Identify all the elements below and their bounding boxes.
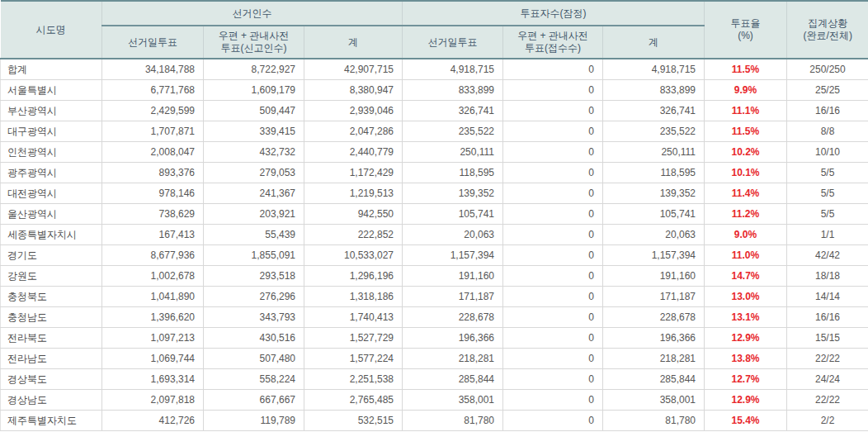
cell-voters-mail: 0 [503, 411, 603, 431]
cell-voters-total: 218,281 [603, 349, 705, 369]
cell-voters-total: 191,160 [603, 266, 705, 287]
cell-electors-total: 8,380,947 [304, 80, 403, 101]
cell-electors-total: 42,907,715 [304, 59, 403, 80]
cell-turnout-rate: 11.4% [705, 183, 787, 204]
cell-voters-day: 228,678 [403, 307, 503, 328]
cell-voters-mail: 0 [503, 80, 603, 101]
cell-sido-name: 경상남도 [1, 390, 102, 411]
cell-turnout-rate: 11.0% [705, 245, 787, 266]
col-header-voters-mail: 우편 + 관내사전 투표(접수수) [503, 26, 603, 59]
cell-voters-total: 171,187 [603, 287, 705, 307]
cell-electors-mail: 293,518 [204, 266, 304, 287]
cell-electors-day: 1,693,314 [102, 369, 204, 390]
cell-electors-total: 222,852 [304, 225, 403, 245]
turnout-page: 시도명 선거인수 투표자수(잠정) 투표율 (%) 집계상황 (완료/전체) 선… [0, 0, 868, 432]
cell-turnout-rate: 11.5% [705, 59, 787, 80]
cell-voters-total: 105,741 [603, 204, 705, 225]
cell-sido-name: 울산광역시 [1, 204, 102, 225]
cell-electors-mail: 667,667 [204, 390, 304, 411]
cell-sido-name: 인천광역시 [1, 142, 102, 163]
cell-electors-total: 1,172,429 [304, 163, 403, 183]
cell-electors-mail: 432,732 [204, 142, 304, 163]
cell-voters-mail: 0 [503, 245, 603, 266]
table-row: 충청남도 1,396,620 343,793 1,740,413 228,678… [1, 307, 868, 328]
col-header-voters-day: 선거일투표 [403, 26, 503, 59]
cell-electors-day: 1,002,678 [102, 266, 204, 287]
cell-voters-mail: 0 [503, 101, 603, 121]
cell-sido-name: 전라남도 [1, 349, 102, 369]
cell-sido-name: 경상북도 [1, 369, 102, 390]
cell-electors-total: 1,296,196 [304, 266, 403, 287]
table-row: 부산광역시 2,429,599 509,447 2,939,046 326,74… [1, 101, 868, 121]
cell-voters-mail: 0 [503, 121, 603, 142]
cell-electors-total: 1,527,729 [304, 328, 403, 349]
cell-voters-mail: 0 [503, 142, 603, 163]
col-header-electors-mail: 우편 + 관내사전 투표(신고인수) [204, 26, 304, 59]
cell-tally-status: 5/5 [787, 163, 868, 183]
col-header-electors-mail-line2: 투표(신고인수) [204, 42, 304, 55]
cell-voters-day: 171,187 [403, 287, 503, 307]
group-header-voters: 투표자수(잠정) [403, 1, 705, 26]
cell-turnout-rate: 10.2% [705, 142, 787, 163]
cell-sido-name: 부산광역시 [1, 101, 102, 121]
cell-electors-total: 1,219,513 [304, 183, 403, 204]
cell-voters-mail: 0 [503, 183, 603, 204]
cell-voters-day: 4,918,715 [403, 59, 503, 80]
cell-voters-day: 833,899 [403, 80, 503, 101]
table-row: 대구광역시 1,707,871 339,415 2,047,286 235,52… [1, 121, 868, 142]
cell-tally-status: 14/14 [787, 287, 868, 307]
cell-turnout-rate: 9.0% [705, 225, 787, 245]
cell-tally-status: 16/16 [787, 307, 868, 328]
cell-tally-status: 22/22 [787, 390, 868, 411]
cell-electors-day: 34,184,788 [102, 59, 204, 80]
cell-tally-status: 5/5 [787, 204, 868, 225]
table-row: 전라남도 1,069,744 507,480 1,577,224 218,281… [1, 349, 868, 369]
cell-tally-status: 8/8 [787, 121, 868, 142]
cell-electors-total: 1,740,413 [304, 307, 403, 328]
cell-electors-day: 1,396,620 [102, 307, 204, 328]
cell-electors-day: 412,726 [102, 411, 204, 431]
cell-voters-total: 250,111 [603, 142, 705, 163]
cell-turnout-rate: 12.9% [705, 390, 787, 411]
cell-voters-mail: 0 [503, 266, 603, 287]
cell-voters-mail: 0 [503, 369, 603, 390]
table-row: 인천광역시 2,008,047 432,732 2,440,779 250,11… [1, 142, 868, 163]
cell-voters-day: 285,844 [403, 369, 503, 390]
cell-voters-day: 191,160 [403, 266, 503, 287]
cell-electors-total: 2,440,779 [304, 142, 403, 163]
cell-voters-total: 4,918,715 [603, 59, 705, 80]
cell-tally-status: 2/2 [787, 411, 868, 431]
col-header-electors-mail-line1: 우편 + 관내사전 [204, 30, 304, 42]
cell-sido-name: 대구광역시 [1, 121, 102, 142]
cell-turnout-rate: 9.9% [705, 80, 787, 101]
cell-electors-day: 1,707,871 [102, 121, 204, 142]
cell-voters-day: 1,157,394 [403, 245, 503, 266]
cell-voters-mail: 0 [503, 163, 603, 183]
cell-sido-name: 합계 [1, 59, 102, 80]
table-row: 충청북도 1,041,890 276,296 1,318,186 171,187… [1, 287, 868, 307]
cell-voters-day: 235,522 [403, 121, 503, 142]
cell-voters-mail: 0 [503, 307, 603, 328]
cell-sido-name: 충청북도 [1, 287, 102, 307]
cell-voters-total: 285,844 [603, 369, 705, 390]
cell-voters-day: 358,001 [403, 390, 503, 411]
cell-electors-day: 738,629 [102, 204, 204, 225]
cell-voters-day: 20,063 [403, 225, 503, 245]
cell-tally-status: 22/22 [787, 349, 868, 369]
col-header-turnout: 투표율 (%) [705, 1, 787, 59]
cell-electors-total: 2,251,538 [304, 369, 403, 390]
cell-tally-status: 5/5 [787, 183, 868, 204]
cell-tally-status: 25/25 [787, 80, 868, 101]
cell-sido-name: 전라북도 [1, 328, 102, 349]
cell-turnout-rate: 11.5% [705, 121, 787, 142]
cell-turnout-rate: 13.0% [705, 287, 787, 307]
cell-electors-total: 10,533,027 [304, 245, 403, 266]
col-header-turnout-line2: (%) [705, 30, 786, 42]
cell-sido-name: 세종특별자치시 [1, 225, 102, 245]
cell-electors-mail: 1,609,179 [204, 80, 304, 101]
col-header-voters-total: 계 [603, 26, 705, 59]
cell-electors-mail: 203,921 [204, 204, 304, 225]
turnout-table: 시도명 선거인수 투표자수(잠정) 투표율 (%) 집계상황 (완료/전체) 선… [0, 0, 868, 431]
cell-electors-day: 2,008,047 [102, 142, 204, 163]
cell-turnout-rate: 15.4% [705, 411, 787, 431]
